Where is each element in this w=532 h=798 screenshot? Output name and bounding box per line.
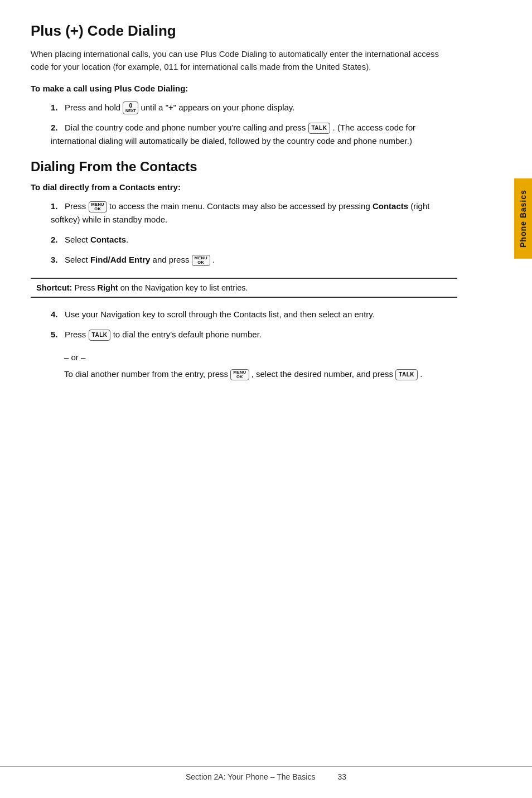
intro-paragraph: When placing international calls, you ca…	[31, 47, 457, 74]
or-paragraph: To dial another number from the entry, p…	[64, 367, 457, 381]
step-c3-text: Select Find/Add Entry and press	[65, 255, 192, 264]
shortcut-label: Shortcut:	[36, 283, 72, 292]
or-divider: – or –	[64, 352, 457, 362]
step-c2-text: Select Contacts.	[65, 235, 128, 244]
step-5-after: to dial the entry's default phone number…	[113, 330, 262, 339]
step-1-contacts: 1. Press MENU OK to access the main menu…	[47, 200, 457, 226]
steps-contacts-cont: 4. Use your Navigation key to scroll thr…	[47, 308, 457, 341]
step-num-c3: 3.	[51, 255, 58, 264]
page-content: Plus (+) Code Dialing When placing inter…	[0, 0, 491, 414]
shortcut-text: Press Right on the Navigation key to lis…	[74, 283, 248, 292]
key-menu-ok-1: MENU OK	[89, 201, 107, 213]
or-para-before: To dial another number from the entry, p…	[64, 369, 230, 379]
step-num-1: 1.	[51, 103, 58, 112]
step-c3-after: .	[212, 255, 215, 264]
step-num-4: 4.	[51, 309, 58, 319]
step-num-2: 2.	[51, 123, 58, 132]
or-para-after: .	[420, 369, 422, 379]
step-num-c2: 2.	[51, 235, 58, 244]
key-menu-ok-3: MENU OK	[230, 369, 249, 381]
side-tab-phone-basics: Phone Basics	[514, 178, 532, 259]
or-text: – or –	[64, 352, 85, 362]
step-1-text-before: Press and hold	[65, 103, 123, 112]
key-menu-ok-2: MENU OK	[192, 255, 210, 267]
step-1-plus: 1. Press and hold 0 NEXT until a "+" app…	[47, 101, 457, 114]
step-c1-before: Press	[65, 201, 89, 211]
step-5-contacts: 5. Press TALK to dial the entry's defaul…	[47, 328, 457, 341]
title-plus-code-dialing: Plus (+) Code Dialing	[31, 22, 457, 40]
title-dialing-contacts: Dialing From the Contacts	[31, 159, 457, 175]
key-zero-next: 0 NEXT	[123, 101, 138, 114]
key-talk-1: TALK	[308, 123, 331, 134]
step-num-5: 5.	[51, 330, 58, 339]
step-4-contacts: 4. Use your Navigation key to scroll thr…	[47, 308, 457, 321]
shortcut-box: Shortcut: Press Right on the Navigation …	[31, 278, 457, 298]
footer-left: Section 2A: Your Phone – The Basics	[186, 772, 315, 781]
step-4-text: Use your Navigation key to scroll throug…	[65, 309, 375, 319]
step-2-contacts: 2. Select Contacts.	[47, 233, 457, 246]
footer-bar: Section 2A: Your Phone – The Basics 33	[0, 766, 532, 781]
key-talk-3: TALK	[395, 369, 418, 380]
subheading-contacts: To dial directly from a Contacts entry:	[31, 182, 457, 192]
step-2-plus: 2. Dial the country code and phone numbe…	[47, 121, 457, 148]
footer-right: 33	[337, 772, 346, 781]
step-3-contacts: 3. Select Find/Add Entry and press MENU …	[47, 253, 457, 267]
step-1-text-after: until a "+" appears on your phone displa…	[141, 103, 294, 112]
step-5-before: Press	[65, 330, 89, 339]
key-talk-2: TALK	[89, 330, 111, 341]
step-c1-after: to access the main menu. Contacts may al…	[51, 201, 429, 224]
step-2-text: Dial the country code and phone number y…	[65, 123, 308, 132]
subheading-plus-code: To make a call using Plus Code Dialing:	[31, 84, 457, 93]
step-num-c1: 1.	[51, 201, 58, 211]
steps-plus-code: 1. Press and hold 0 NEXT until a "+" app…	[47, 101, 457, 148]
or-para-middle: , select the desired number, and press	[252, 369, 395, 379]
steps-contacts: 1. Press MENU OK to access the main menu…	[47, 200, 457, 267]
